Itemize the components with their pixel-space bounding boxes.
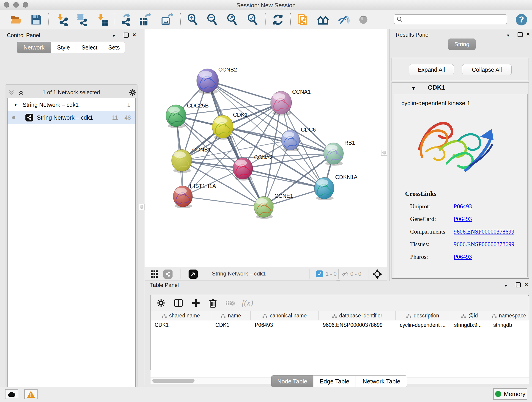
zoom-out-icon[interactable] (205, 12, 220, 27)
delete-table-icon[interactable] (225, 300, 235, 307)
network-row[interactable]: String Network – cdk1 11 48 (7, 111, 135, 124)
tab-select[interactable]: Select (76, 42, 103, 53)
column-header-description[interactable]: description (396, 311, 450, 320)
search-icon (396, 16, 403, 22)
tab-network[interactable]: Network (17, 42, 51, 53)
protein-detail-box: cyclin-dependent kinase 1 (394, 94, 528, 277)
crosslink-link[interactable]: 9606.ENSP00000378699 (454, 228, 514, 235)
network-node-CDKN1A[interactable]: CDKN1A (314, 174, 358, 200)
table-panel-float-icon[interactable]: ▾ (505, 283, 507, 288)
import-table-icon[interactable] (95, 12, 110, 27)
table-hscrollbar-thumb[interactable] (152, 379, 195, 383)
table-gear-icon[interactable] (157, 299, 165, 307)
tab-node-table[interactable]: Node Table (271, 375, 313, 387)
network-collection-row[interactable]: ▼ String Network – cdk1 1 (7, 98, 135, 111)
crosslink-row: GeneCard:P06493 (410, 213, 525, 225)
protein-expander-icon[interactable]: ▼ (411, 86, 416, 91)
selected-checkbox-icon[interactable] (316, 270, 323, 277)
crosslink-link[interactable]: P06493 (454, 216, 472, 223)
column-header-database-identifier[interactable]: database identifier (319, 311, 396, 320)
apply-function-fx-icon[interactable]: f(x) (242, 298, 253, 307)
collapse-all-button[interactable]: Collapse All (462, 64, 512, 75)
show-column-icon[interactable] (174, 298, 183, 307)
table-panel-maximize-icon[interactable] (516, 282, 521, 287)
tab-edge-table[interactable]: Edge Table (313, 375, 356, 387)
control-panel-float-icon[interactable]: ▾ (113, 33, 115, 38)
control-panel-maximize-icon[interactable] (124, 32, 129, 38)
tab-string[interactable]: String (448, 38, 476, 50)
control-panel-title: Control Panel (7, 32, 40, 38)
hide-selected-icon[interactable] (336, 12, 351, 27)
duplicate-network-icon[interactable] (296, 12, 310, 27)
table-row[interactable]: CDK1CDK1P064939606.ENSP00000378699cyclin… (151, 320, 529, 330)
crosslink-link[interactable]: P06493 (454, 254, 472, 260)
network-edge[interactable] (208, 81, 281, 103)
column-header-name[interactable]: name (211, 311, 251, 320)
save-session-icon[interactable] (29, 12, 44, 27)
network-options-gear-icon[interactable] (129, 89, 136, 96)
toolbar-separator (368, 269, 368, 279)
table-frame: f(x) shared namenamecanonical namedataba… (150, 295, 529, 370)
results-panel-float-icon[interactable]: ▾ (507, 32, 509, 38)
apply-layout-icon[interactable] (271, 12, 285, 27)
column-header-label: namespace (499, 313, 526, 319)
hidden-eye-icon[interactable] (341, 270, 349, 278)
column-header--id[interactable]: @id (450, 311, 489, 320)
tab-style[interactable]: Style (51, 42, 76, 53)
network-thumbnail-icon[interactable] (163, 269, 172, 279)
string-home-icon[interactable] (316, 12, 331, 27)
expand-collapse-box: Expand All Collapse All (392, 58, 529, 81)
network-node-RB1[interactable]: RB1 (324, 140, 355, 166)
search-field[interactable] (394, 14, 507, 24)
export-image-icon[interactable] (159, 12, 174, 27)
grid-view-icon[interactable] (151, 270, 158, 279)
warning-icon (27, 390, 35, 398)
zoom-selected-icon[interactable] (245, 12, 260, 27)
column-header-canonical-name[interactable]: canonical name (251, 311, 319, 320)
import-network-database-icon[interactable] (74, 12, 89, 27)
export-network-icon[interactable] (119, 12, 134, 27)
column-header-shared-name[interactable]: shared name (151, 311, 211, 320)
crosslink-link[interactable]: 9606.ENSP00000378699 (454, 241, 514, 248)
table-panel-close-icon[interactable]: × (525, 281, 528, 287)
table-cell: 9606.ENSP00000378699 (319, 320, 396, 330)
birds-eye-view-icon[interactable] (189, 269, 198, 279)
crosslink-row: Uniprot:P06493 (410, 200, 525, 213)
expand-all-button[interactable]: Expand All (409, 64, 454, 75)
control-panel-close-icon[interactable]: × (133, 32, 136, 38)
fit-selected-crosshair-icon[interactable] (372, 269, 382, 280)
network-node-HIST1H1A[interactable]: HIST1H1A (173, 183, 216, 208)
create-column-icon[interactable] (191, 298, 201, 307)
tab-sets[interactable]: Sets (103, 42, 125, 53)
search-input[interactable] (403, 16, 504, 22)
network-edge[interactable] (183, 196, 264, 207)
network-canvas[interactable]: CCNB2CCNA1CDC25BCDK1CDC6RB1CCNB1CCNA2CDK… (145, 29, 387, 267)
warning-status-button[interactable] (24, 389, 38, 399)
network-node-CCNE1[interactable]: CCNE1 (254, 193, 293, 219)
right-splitter-handle[interactable] (381, 150, 387, 156)
help-icon[interactable]: ? (514, 12, 529, 27)
open-session-icon[interactable] (9, 12, 23, 27)
control-panel-tabbar: Network Style Select Sets (17, 42, 125, 53)
left-splitter-handle[interactable] (139, 204, 145, 210)
window-title: Session: New Session (0, 2, 532, 9)
memory-button[interactable]: Memory (493, 388, 527, 400)
show-all-icon[interactable] (356, 12, 371, 27)
network-edge[interactable] (208, 81, 264, 207)
import-network-file-icon[interactable] (55, 12, 70, 27)
toolbar-separator (114, 13, 114, 26)
results-panel-maximize-icon[interactable] (518, 32, 523, 37)
cloud-status-button[interactable] (5, 389, 18, 399)
zoom-fit-icon[interactable] (225, 12, 239, 27)
network-node-CCNB2[interactable]: CCNB2 (196, 66, 237, 94)
collection-expander-icon[interactable]: ▼ (13, 102, 18, 107)
zoom-in-icon[interactable] (185, 12, 200, 27)
column-header-namespace[interactable]: namespace (489, 311, 529, 320)
crosslink-link[interactable]: P06493 (454, 203, 472, 210)
table-cell: P06493 (251, 320, 319, 330)
delete-column-icon[interactable] (208, 298, 217, 308)
results-panel-close-icon[interactable]: × (526, 31, 530, 37)
export-table-icon[interactable] (138, 12, 152, 27)
tab-network-table[interactable]: Network Table (356, 375, 407, 387)
network-edge-count: 48 (124, 114, 131, 121)
